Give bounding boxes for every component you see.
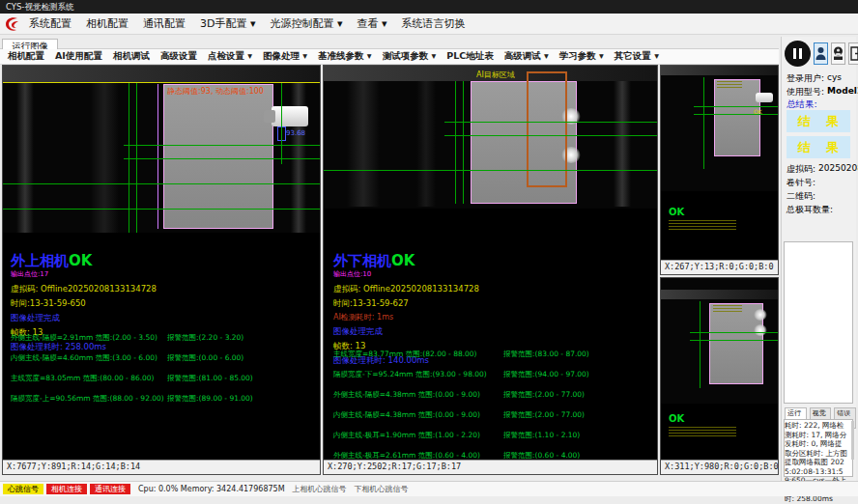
roller-cap <box>264 110 275 123</box>
image-artifact <box>90 83 119 233</box>
camera-image-canvas[interactable] <box>661 278 778 404</box>
barcode-label: 虚拟码: Offline20250208133134728 <box>11 282 157 296</box>
reflection-flare <box>754 324 767 336</box>
needle-row: 卷针号: <box>786 177 815 189</box>
menu-item[interactable]: 系统语言切换 <box>402 16 466 31</box>
image-artifact <box>614 81 631 207</box>
ai-time-label: AI检测耗时: 1ms <box>333 311 479 324</box>
pixel-coordinate-strip: X:7677;Y:891;R:14;G:14;B:14 <box>3 460 320 474</box>
toolbar-item[interactable]: 高级调试 ▾ <box>504 50 549 63</box>
toolbar-item[interactable]: 其它设置 ▾ <box>615 50 659 63</box>
toolbar-item[interactable]: 点检设置 ▾ <box>208 50 252 63</box>
measurement-value: 主线宽度=83.77mm 范围:(82.00 - 88.00) <box>333 344 503 364</box>
measure-line <box>455 81 456 204</box>
control-side-panel: 登录用户: cys 使用型号: Model1 总结果: 结 果 结 果 虚拟码:… <box>781 37 856 481</box>
measurement-row: 外侧主线-隔膜=4.38mm 范围:(0.00 - 9.00) 报警范围:(2.… <box>333 384 655 405</box>
result-box-lower: 结 果 <box>786 136 850 158</box>
measure-line <box>694 114 778 115</box>
toolbar-item[interactable]: PLC地址表 <box>446 50 494 63</box>
qrcode-row: 二维码: <box>786 190 815 203</box>
barcode-label: 虚拟码: Offline20250208133134728 <box>333 282 479 296</box>
login-user-label: 登录用户: <box>786 72 824 85</box>
window-title: CYS-视觉检测系统 <box>6 2 73 12</box>
lower-camera-heartbeat: 下相机心跳信号 <box>355 484 409 494</box>
result-ok-label: OK <box>669 413 684 424</box>
output-point-label: 输出点位:17 <box>11 270 157 279</box>
measure-line <box>136 83 137 233</box>
camera-thumb-lower: OK X:311;Y:980;R:0;G:0;B:0 <box>660 277 779 475</box>
model-label: 使用型号: <box>786 86 824 98</box>
measurement-list: 主线宽度=83.77mm 范围:(82.00 - 88.00) 报警范围:(83… <box>333 344 655 465</box>
result-list-box[interactable] <box>784 241 853 404</box>
machine-band <box>661 290 778 299</box>
measurement-value: 内侧主线-隔膜=4.38mm 范围:(0.00 - 9.00) <box>333 405 503 425</box>
detect-value: 93.68 <box>286 129 305 137</box>
needle-label: 卷针号: <box>786 177 815 189</box>
user-manage-button[interactable] <box>831 42 845 65</box>
toolbar-item[interactable]: AI使用配置 <box>55 50 102 63</box>
menu-item[interactable]: 通讯配置 <box>143 16 186 31</box>
status-badge: 相机连接 <box>46 484 87 494</box>
threshold-label: 静态阈值:93, 动态阈值:100 <box>167 86 264 97</box>
toolbar-item[interactable]: 测试项参数 ▾ <box>383 50 437 63</box>
camera-view-outer-lower: AI目标区域 外下相机OK 输出点位:10 虚拟码: Offline202502… <box>323 65 658 475</box>
measure-line <box>690 332 778 333</box>
measurement-row: 隔膜宽度-下=95.24mm 范围:(93.00 - 98.00) 报警范围:(… <box>333 364 655 384</box>
process-done-label: 图像处理完成 <box>11 311 157 325</box>
menu-item[interactable]: 3D手配置 ▾ <box>200 16 256 31</box>
status-badge: 通讯连接 <box>90 484 130 494</box>
measure-line <box>124 158 320 159</box>
camera-image-canvas[interactable]: OK <box>661 66 778 191</box>
barcode-row: 虚拟码: 20250208 <box>786 163 858 176</box>
violet-edge-line <box>157 84 158 229</box>
toolbar-item[interactable]: 高级设置 <box>160 50 197 63</box>
menu-item[interactable]: 光源控制配置 ▾ <box>271 16 343 31</box>
toolbar: 相机配置AI使用配置相机调试高级设置点检设置 ▾图像处理 ▾基准线参数 ▾测试项… <box>0 49 779 65</box>
measurement-alarm-range: 报警范围:(94.00 - 97.00) <box>503 364 655 384</box>
log-scrollbar[interactable] <box>851 421 854 460</box>
time-label: 时间:13-31-59-627 <box>333 296 479 311</box>
camera-image-canvas[interactable]: AI目标区域 <box>324 66 657 209</box>
exit-door-icon <box>850 46 858 61</box>
menu-item[interactable]: 系统配置 <box>29 16 72 31</box>
measure-line <box>463 81 464 204</box>
measurement-value: 主线宽度=83.05mm 范围:(80.00 - 86.00) <box>11 368 167 388</box>
pixel-coordinate-strip: X:267;Y:13;R:0;G:0;B:0 <box>661 260 778 274</box>
detect-value: OK <box>754 108 762 115</box>
toolbar-item[interactable]: 基准线参数 ▾ <box>318 50 372 63</box>
tab-count-row: 总极耳数量: <box>786 204 833 216</box>
menu-item[interactable]: 相机配置 <box>86 16 129 31</box>
user-dark-icon <box>833 46 844 61</box>
roller-pin <box>272 106 308 126</box>
measurement-row: 隔膜宽度-上=90.56mm 范围:(88.00 - 92.00) 报警范围:(… <box>11 388 318 408</box>
camera-title: 外上相机 <box>11 252 69 269</box>
upper-camera-heartbeat: 上相机心跳信号 <box>293 484 347 494</box>
exit-button[interactable] <box>848 42 858 65</box>
measure-line <box>129 83 129 233</box>
toolbar-item[interactable]: 图像处理 ▾ <box>263 50 307 63</box>
measure-line <box>3 209 320 210</box>
status-badge: 心跳信号 <box>3 484 43 494</box>
pause-icon <box>793 48 796 59</box>
pixel-coordinate-strip: X:270;Y:2502;R:17;G:17;B:17 <box>324 460 657 474</box>
user-button[interactable] <box>814 42 828 65</box>
camera-image-canvas[interactable]: 93.68 静态阈值:93, 动态阈值:100 <box>3 66 320 233</box>
measure-line <box>700 301 701 388</box>
measurement-row: 内侧主线-隔膜=4.38mm 范围:(0.00 - 9.00) 报警范围:(2.… <box>333 405 655 425</box>
toolbar-item[interactable]: 相机配置 <box>8 50 44 63</box>
tab-count-label: 总极耳数量: <box>786 204 833 216</box>
toolbar-item[interactable]: 学习参数 ▾ <box>559 50 604 63</box>
image-artifact <box>416 81 436 207</box>
user-icon <box>815 46 826 61</box>
image-artifact <box>347 81 380 207</box>
toolbar-item[interactable]: 相机调试 <box>113 50 150 63</box>
pause-button[interactable] <box>785 41 811 67</box>
result-ok-label: OK <box>669 207 684 217</box>
measurement-value: 隔膜宽度-下=95.24mm 范围:(93.00 - 98.00) <box>333 364 503 384</box>
measure-line <box>124 145 320 146</box>
measurement-row: 主线宽度=83.77mm 范围:(82.00 - 88.00) 报警范围:(83… <box>333 344 655 364</box>
menu-item[interactable]: 查看 ▾ <box>358 16 387 31</box>
model-value[interactable]: Model1 <box>827 86 858 98</box>
measure-line <box>444 135 657 136</box>
reflection-flare <box>754 309 767 321</box>
